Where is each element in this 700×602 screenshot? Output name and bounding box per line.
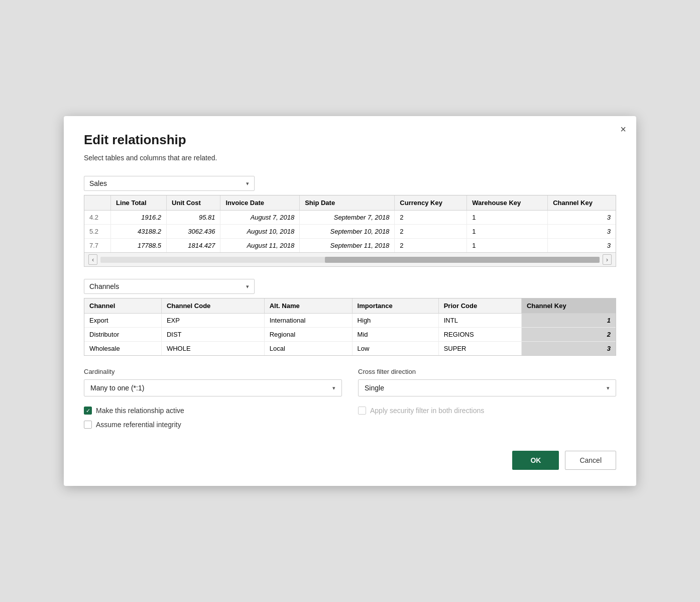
- cell-importance: High: [352, 314, 438, 328]
- col-header-line-total: Line Total: [111, 195, 167, 211]
- cell-currency-key: 2: [395, 225, 467, 239]
- cell-unit-cost: 1814.427: [167, 239, 220, 253]
- col-header-invoice-date: Invoice Date: [220, 195, 300, 211]
- bottom-controls: Cardinality Many to one (*:1) ▾ Cross fi…: [84, 368, 616, 396]
- table2-chevron-icon: ▾: [246, 283, 249, 290]
- scroll-thumb: [325, 257, 599, 263]
- checkbox1-row: ✓ Make this relationship active: [84, 407, 342, 415]
- checkbox3-label[interactable]: Assume referential integrity: [96, 421, 181, 429]
- cardinality-value: Many to one (*:1): [90, 384, 144, 392]
- options-left: ✓ Make this relationship active Assume r…: [84, 407, 342, 435]
- col2-header-channel: Channel: [84, 298, 161, 314]
- cell-ship-date: September 10, 2018: [300, 225, 395, 239]
- table1-scrollbar[interactable]: ‹ ›: [84, 252, 616, 266]
- col-header-warehouse-key: Warehouse Key: [467, 195, 548, 211]
- col2-header-channel-key: Channel Key: [521, 298, 616, 314]
- cell-ship-date: September 11, 2018: [300, 239, 395, 253]
- cardinality-dropdown[interactable]: Many to one (*:1) ▾: [84, 379, 342, 396]
- cell-prior-code: REGIONS: [438, 328, 521, 342]
- cell-line-total: 43188.2: [111, 225, 167, 239]
- table2-grid: Channel Channel Code Alt. Name Importanc…: [84, 298, 616, 355]
- col-header-currency-key: Currency Key: [395, 195, 467, 211]
- cell-warehouse-key: 1: [467, 211, 548, 225]
- cell-unit-cost: 95.81: [167, 211, 220, 225]
- cell-currency-key: 2: [395, 211, 467, 225]
- table1-wrapper: Line Total Unit Cost Invoice Date Ship D…: [84, 195, 616, 267]
- cell-channel: Export: [84, 314, 161, 328]
- row-num: 4.2: [84, 211, 111, 225]
- table-row: 5.2 43188.2 3062.436 August 10, 2018 Sep…: [84, 225, 616, 239]
- cancel-button[interactable]: Cancel: [565, 451, 616, 470]
- table1-grid: Line Total Unit Cost Invoice Date Ship D…: [84, 195, 616, 252]
- table2-section: Channels ▾ Channel Channel Code Alt. Nam…: [84, 279, 616, 356]
- checkbox2-label: Apply security filter in both directions: [370, 407, 484, 415]
- ok-button[interactable]: OK: [512, 451, 559, 470]
- table1-dropdown-value: Sales: [89, 179, 107, 187]
- row-num: 5.2: [84, 225, 111, 239]
- cell-channel-key: 3: [548, 225, 616, 239]
- checkbox3-row: Assume referential integrity: [84, 421, 342, 429]
- checkmark-icon: ✓: [86, 408, 90, 414]
- cell-channel-key: 2: [521, 328, 616, 342]
- cell-warehouse-key: 1: [467, 239, 548, 253]
- close-button[interactable]: ×: [620, 124, 626, 134]
- table2-dropdown[interactable]: Channels ▾: [84, 279, 255, 294]
- cell-prior-code: INTL: [438, 314, 521, 328]
- scroll-track: [100, 257, 599, 263]
- table1-section: Sales ▾ Line Total Unit Cost Invoice Dat…: [84, 176, 616, 267]
- cardinality-chevron-icon: ▾: [332, 385, 335, 391]
- table-row: Wholesale WHOLE Local Low SUPER 3: [84, 342, 616, 356]
- cell-invoice-date: August 11, 2018: [220, 239, 300, 253]
- cell-warehouse-key: 1: [467, 225, 548, 239]
- cardinality-label: Cardinality: [84, 368, 342, 375]
- cross-filter-label: Cross filter direction: [358, 368, 616, 375]
- cross-filter-dropdown[interactable]: Single ▾: [358, 379, 616, 396]
- table-row: Export EXP International High INTL 1: [84, 314, 616, 328]
- cell-importance: Low: [352, 342, 438, 356]
- table1-chevron-icon: ▾: [246, 180, 249, 187]
- cell-alt-name: Local: [264, 342, 352, 356]
- cell-code: WHOLE: [161, 342, 264, 356]
- col-header-channel-key: Channel Key: [548, 195, 616, 211]
- cell-importance: Mid: [352, 328, 438, 342]
- dialog-title: Edit relationship: [84, 132, 616, 148]
- cell-line-total: 17788.5: [111, 239, 167, 253]
- row-num: 7.7: [84, 239, 111, 253]
- scroll-left-button[interactable]: ‹: [88, 254, 97, 265]
- cross-filter-col: Cross filter direction Single ▾: [358, 368, 616, 396]
- table2-dropdown-value: Channels: [89, 282, 119, 290]
- cell-channel-key: 3: [521, 342, 616, 356]
- col-header-unit-cost: Unit Cost: [167, 195, 220, 211]
- col-header-ship-date: Ship Date: [300, 195, 395, 211]
- checkbox3[interactable]: [84, 421, 92, 429]
- options-row: ✓ Make this relationship active Assume r…: [84, 407, 616, 435]
- edit-relationship-dialog: × Edit relationship Select tables and co…: [64, 116, 636, 486]
- table1-dropdown[interactable]: Sales ▾: [84, 176, 255, 191]
- cell-channel-key: 1: [521, 314, 616, 328]
- cell-code: DIST: [161, 328, 264, 342]
- scroll-right-button[interactable]: ›: [603, 254, 612, 265]
- options-right: Apply security filter in both directions: [358, 407, 616, 435]
- col2-header-alt-name: Alt. Name: [264, 298, 352, 314]
- cell-unit-cost: 3062.436: [167, 225, 220, 239]
- footer-buttons: OK Cancel: [84, 451, 616, 470]
- checkbox2-row: Apply security filter in both directions: [358, 407, 616, 415]
- cell-channel: Wholesale: [84, 342, 161, 356]
- cell-code: EXP: [161, 314, 264, 328]
- cross-filter-value: Single: [365, 384, 384, 392]
- table2-wrapper: Channel Channel Code Alt. Name Importanc…: [84, 298, 616, 356]
- table-row: Distributor DIST Regional Mid REGIONS 2: [84, 328, 616, 342]
- col2-header-importance: Importance: [352, 298, 438, 314]
- col2-header-prior-code: Prior Code: [438, 298, 521, 314]
- cell-channel: Distributor: [84, 328, 161, 342]
- checkbox2: [358, 407, 366, 415]
- checkbox1[interactable]: ✓: [84, 407, 92, 415]
- cross-filter-chevron-icon: ▾: [607, 385, 610, 391]
- cell-alt-name: Regional: [264, 328, 352, 342]
- checkbox1-label[interactable]: Make this relationship active: [96, 407, 184, 415]
- col-header-num: [84, 195, 111, 211]
- cell-invoice-date: August 7, 2018: [220, 211, 300, 225]
- cardinality-col: Cardinality Many to one (*:1) ▾: [84, 368, 342, 396]
- cell-alt-name: International: [264, 314, 352, 328]
- cell-line-total: 1916.2: [111, 211, 167, 225]
